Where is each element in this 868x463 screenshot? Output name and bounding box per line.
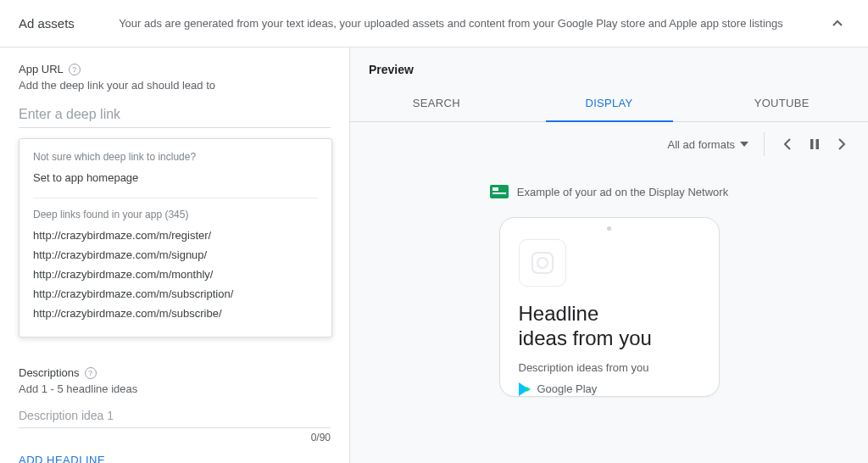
svg-point-4 — [537, 258, 548, 268]
dropdown-divider — [33, 198, 318, 198]
svg-marker-0 — [740, 142, 748, 147]
char-counter: 0/90 — [19, 432, 331, 443]
header-subtitle: Your ads are generated from your text id… — [75, 17, 827, 30]
chevron-right-icon — [837, 138, 847, 150]
deep-link-input[interactable]: Enter a deep link — [19, 107, 331, 128]
descriptions-section: Descriptions ? Add 1 - 5 headline ideas … — [19, 366, 331, 463]
preview-panel: Preview SEARCH DISPLAY YOUTUBE All ad fo… — [350, 47, 868, 463]
tab-display[interactable]: DISPLAY — [523, 85, 696, 121]
tab-search[interactable]: SEARCH — [350, 85, 523, 121]
svg-marker-8 — [526, 387, 531, 392]
descriptions-label: Descriptions ? — [19, 366, 331, 379]
ad-formats-label: All ad formats — [668, 138, 735, 151]
ad-headline-line1: Headline — [519, 302, 700, 326]
tab-youtube[interactable]: YOUTUBE — [695, 85, 868, 121]
app-url-label-text: App URL — [19, 63, 64, 75]
preview-controls: All ad formats — [350, 122, 868, 156]
google-play-icon — [519, 382, 531, 396]
help-icon[interactable]: ? — [85, 367, 97, 379]
caret-down-icon — [740, 140, 748, 148]
example-text: Example of your ad on the Display Networ… — [517, 186, 728, 198]
descriptions-label-text: Descriptions — [19, 366, 80, 379]
deep-links-found-label: Deep links found in your app (345) — [33, 209, 318, 220]
preview-title: Preview — [369, 63, 868, 76]
add-headline-button[interactable]: ADD HEADLINE — [19, 454, 331, 463]
deep-link-placeholder: Enter a deep link — [19, 107, 331, 122]
ad-card: Headline ideas from you Description idea… — [500, 239, 719, 396]
svg-rect-3 — [532, 253, 553, 273]
device-camera-dot — [607, 226, 611, 231]
descriptions-hint: Add 1 - 5 headline ideas — [19, 382, 331, 395]
app-icon-placeholder — [519, 239, 566, 287]
collapse-icon[interactable] — [827, 14, 848, 34]
help-icon[interactable]: ? — [69, 64, 81, 75]
deep-link-option[interactable]: http://crazybirdmaze.com/m/signup/ — [33, 245, 318, 265]
dropdown-not-sure: Not sure which deep link to include? — [33, 151, 318, 163]
svg-rect-2 — [816, 139, 820, 149]
next-button[interactable] — [834, 137, 849, 152]
description-input-1[interactable]: Description idea 1 — [19, 409, 331, 428]
app-url-label: App URL ? — [19, 63, 331, 75]
pause-icon — [810, 138, 820, 150]
preview-header: Preview — [350, 47, 868, 76]
ad-assets-header: Ad assets Your ads are generated from yo… — [0, 0, 868, 47]
set-to-homepage-option[interactable]: Set to app homepage — [33, 168, 318, 187]
ad-headline-line2: ideas from you — [519, 326, 700, 351]
app-url-hint: Add the deep link your ad should lead to — [19, 79, 331, 92]
description-placeholder: Description idea 1 — [19, 409, 331, 422]
deep-link-option[interactable]: http://crazybirdmaze.com/m/subscribe/ — [33, 304, 318, 323]
ad-description: Description ideas from you — [519, 361, 700, 374]
device-preview: Headline ideas from you Description idea… — [499, 217, 720, 397]
svg-rect-1 — [810, 139, 814, 149]
left-panel: App URL ? Add the deep link your ad shou… — [0, 47, 350, 463]
ad-formats-dropdown[interactable]: All ad formats — [668, 138, 748, 151]
previous-button[interactable] — [780, 137, 795, 152]
pause-button[interactable] — [807, 137, 822, 152]
header-title: Ad assets — [19, 16, 75, 31]
controls-divider — [764, 132, 765, 156]
chevron-left-icon — [782, 138, 793, 150]
preview-tabs: SEARCH DISPLAY YOUTUBE — [350, 85, 868, 122]
store-badge: Google Play — [519, 382, 700, 396]
example-label-row: Example of your ad on the Display Networ… — [350, 185, 868, 198]
deep-link-option[interactable]: http://crazybirdmaze.com/m/monthly/ — [33, 265, 318, 284]
deep-link-option[interactable]: http://crazybirdmaze.com/m/subscription/ — [33, 284, 318, 304]
deep-link-option[interactable]: http://crazybirdmaze.com/m/register/ — [33, 226, 318, 245]
store-name: Google Play — [537, 382, 598, 395]
display-network-icon — [490, 185, 509, 198]
main-content: App URL ? Add the deep link your ad shou… — [0, 47, 868, 463]
deep-link-dropdown: Not sure which deep link to include? Set… — [19, 138, 332, 337]
